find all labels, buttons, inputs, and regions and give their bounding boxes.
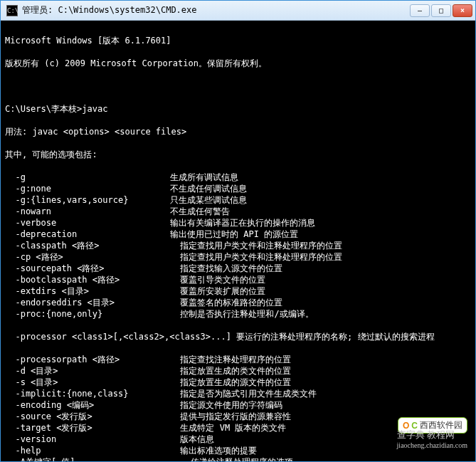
option-desc: 覆盖所安装扩展的位置 [170, 285, 471, 297]
option-desc: 不生成任何警告 [170, 206, 471, 217]
option-desc: 输出有关编译器正在执行的操作的消息 [170, 217, 471, 229]
option-flag: -verbose [5, 217, 170, 229]
option-flag: -classpath <路径> [5, 240, 170, 251]
option-row: -endorseddirs <目录> 覆盖签名的标准路径的位置 [5, 297, 471, 308]
maximize-button[interactable]: □ [431, 4, 451, 17]
close-button[interactable]: × [453, 4, 472, 17]
option-flag: -g [5, 172, 170, 183]
option-row: -encoding <编码> 指定源文件使用的字符编码 [5, 399, 471, 411]
terminal-output[interactable]: Microsoft Windows [版本 6.1.7601] 版权所有 (c)… [1, 21, 475, 461]
option-desc: 指定放置生成的源文件的位置 [170, 377, 471, 388]
option-flag: -bootclasspath <路径> [5, 274, 170, 285]
usage-line: 用法: javac <options> <source files> [5, 126, 471, 137]
option-flag: -endorseddirs <目录> [5, 297, 170, 308]
option-row: -A关键字[=值] 传递给注释处理程序的选项 [5, 456, 471, 461]
cmd-window: C:\ 管理员: C:\Windows\system32\CMD.exe — □… [0, 0, 476, 462]
option-row: -cp <路径> 指定查找用户类文件和注释处理程序的位置 [5, 251, 471, 263]
option-row: -deprecation输出使用已过时的 API 的源位置 [5, 229, 471, 240]
option-row: -g生成所有调试信息 [5, 172, 471, 183]
option-flag: -extdirs <目录> [5, 285, 170, 297]
option-row: -verbose输出有关编译器正在执行的操作的消息 [5, 217, 471, 229]
processor-line: -processor <class1>[,<class2>,<class3>..… [5, 331, 471, 342]
option-row: -processorpath <路径> 指定查找注释处理程序的位置 [5, 354, 471, 365]
option-flag: -g:{lines,vars,source} [5, 194, 170, 206]
option-desc: 输出使用已过时的 API 的源位置 [170, 229, 471, 240]
option-desc: 不生成任何调试信息 [170, 183, 471, 194]
option-flag: -encoding <编码> [5, 399, 170, 411]
option-flag: -deprecation [5, 229, 170, 240]
option-row: -bootclasspath <路径> 覆盖引导类文件的位置 [5, 274, 471, 285]
window-icon: C:\ [6, 5, 18, 16]
option-flag: -version [5, 434, 170, 445]
minimize-button[interactable]: — [410, 4, 430, 17]
option-flag: -target <发行版> [5, 422, 170, 434]
blank-line [5, 80, 471, 92]
option-row: -d <目录> 指定放置生成的类文件的位置 [5, 365, 471, 377]
option-flag: -sourcepath <路径> [5, 263, 170, 274]
option-row: -g:none不生成任何调试信息 [5, 183, 471, 194]
option-flag: -nowarn [5, 206, 170, 217]
site-watermark-2: 查字典 教程网 jiaocheng.chazidian.com [397, 429, 467, 449]
watermark-url: jiaocheng.chazidian.com [397, 441, 467, 449]
titlebar[interactable]: C:\ 管理员: C:\Windows\system32\CMD.exe — □… [1, 1, 475, 21]
option-row: -s <目录> 指定放置生成的源文件的位置 [5, 377, 471, 388]
option-row: -implicit:{none,class} 指定是否为隐式引用文件生成类文件 [5, 388, 471, 399]
prompt-line: C:\Users\李本枝>javac [5, 103, 471, 115]
option-row: -sourcepath <路径> 指定查找输入源文件的位置 [5, 263, 471, 274]
option-desc: 指定放置生成的类文件的位置 [170, 365, 471, 377]
option-desc: 指定查找注释处理程序的位置 [170, 354, 471, 365]
header-line: Microsoft Windows [版本 6.1.7601] [5, 35, 471, 46]
watermark-text: 查字典 教程网 [397, 429, 455, 440]
option-desc: 控制是否执行注释处理和/或编译。 [170, 308, 471, 320]
copyright-line: 版权所有 (c) 2009 Microsoft Corporation。保留所有… [5, 58, 471, 69]
option-flag: -processorpath <路径> [5, 354, 170, 365]
option-flag: -source <发行版> [5, 411, 170, 422]
option-desc: 指定查找输入源文件的位置 [170, 263, 471, 274]
option-flag: -g:none [5, 183, 170, 194]
option-row: -extdirs <目录> 覆盖所安装扩展的位置 [5, 285, 471, 297]
option-flag: -cp <路径> [5, 251, 170, 263]
option-row: -proc:{none,only} 控制是否执行注释处理和/或编译。 [5, 308, 471, 320]
window-controls: — □ × [410, 4, 472, 17]
option-desc: 指定源文件使用的字符编码 [170, 399, 471, 411]
option-desc: 覆盖引导类文件的位置 [170, 274, 471, 285]
option-flag: -d <目录> [5, 365, 170, 377]
option-desc: 传递给注释处理程序的选项 [170, 456, 471, 461]
option-desc: 覆盖签名的标准路径的位置 [170, 297, 471, 308]
option-flag: -A关键字[=值] [5, 456, 170, 461]
window-title: 管理员: C:\Windows\system32\CMD.exe [22, 4, 410, 16]
option-desc: 指定是否为隐式引用文件生成类文件 [170, 388, 471, 399]
option-desc: 指定查找用户类文件和注释处理程序的位置 [170, 240, 471, 251]
option-flag: -proc:{none,only} [5, 308, 170, 320]
option-flag: -s <目录> [5, 377, 170, 388]
option-desc: 生成所有调试信息 [170, 172, 471, 183]
where-line: 其中, 可能的选项包括: [5, 149, 471, 160]
option-desc: 指定查找用户类文件和注释处理程序的位置 [170, 251, 471, 263]
option-desc: 只生成某些调试信息 [170, 194, 471, 206]
option-flag: -help [5, 445, 170, 456]
option-row: -nowarn不生成任何警告 [5, 206, 471, 217]
option-row: -g:{lines,vars,source}只生成某些调试信息 [5, 194, 471, 206]
option-row: -classpath <路径> 指定查找用户类文件和注释处理程序的位置 [5, 240, 471, 251]
option-flag: -implicit:{none,class} [5, 388, 170, 399]
